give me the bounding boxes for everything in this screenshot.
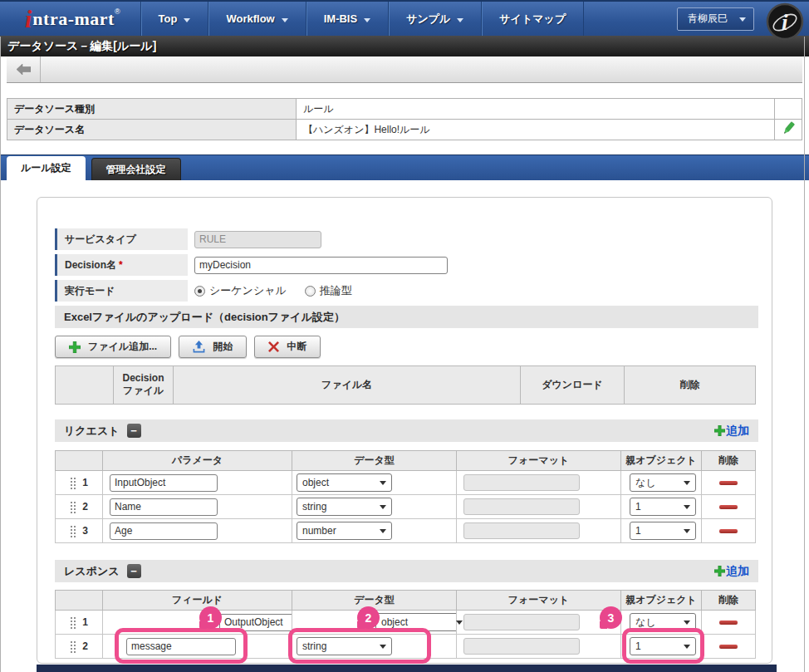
row-number: 2 — [82, 640, 88, 652]
nav-item-label: Workflow — [226, 12, 274, 25]
column-header-format: フォーマット — [457, 591, 621, 611]
delete-row-icon[interactable] — [719, 529, 738, 533]
row-number: 1 — [82, 616, 88, 628]
annotation-highlight-field — [115, 628, 248, 664]
window-right-edge — [804, 37, 805, 672]
parameter-input[interactable] — [110, 522, 218, 540]
column-header-data-type: データ型 — [292, 451, 457, 471]
drag-handle[interactable] — [70, 525, 76, 537]
parent-object-select[interactable]: なし — [630, 473, 696, 492]
annotation-highlight-type — [288, 628, 431, 664]
annotation-badge-3: 3 — [600, 606, 622, 629]
chevron-down-icon — [380, 481, 386, 485]
nav-item-workflow[interactable]: Workflow — [208, 2, 305, 36]
format-input-disabled — [463, 614, 580, 630]
data-type-select[interactable]: object — [297, 473, 392, 492]
column-header-parent-object: 親オブジェクト — [621, 591, 702, 611]
request-row-1: 1 object なし — [56, 471, 756, 495]
column-header-file-name: ファイル名 — [174, 366, 521, 405]
nav-item-sample[interactable]: サンプル — [388, 2, 481, 36]
logo-text: ntra-mart — [32, 8, 115, 30]
delete-row-icon[interactable] — [719, 505, 738, 509]
radio-inference[interactable]: 推論型 — [305, 283, 352, 298]
upload-icon — [193, 341, 205, 353]
parameter-input[interactable] — [110, 474, 218, 492]
delete-row-icon[interactable] — [719, 620, 738, 625]
back-arrow-icon — [17, 64, 31, 75]
nav-item-top[interactable]: Top — [140, 2, 208, 36]
column-header — [56, 591, 103, 611]
format-input-disabled — [463, 638, 580, 655]
request-add-link[interactable]: 追加 — [714, 424, 749, 439]
back-button[interactable] — [7, 56, 41, 82]
top-nav: intra-mart® Top Workflow IM-BIS サンプル サイト… — [0, 0, 809, 36]
drag-handle[interactable] — [70, 640, 76, 653]
parent-object-select[interactable]: 1 — [630, 498, 696, 516]
parameter-input[interactable] — [110, 498, 218, 516]
column-header-delete: 削除 — [702, 591, 756, 611]
start-button[interactable]: 開始 — [179, 336, 247, 358]
row-number: 2 — [82, 501, 88, 513]
column-header-download: ダウンロード — [521, 366, 625, 405]
annotation-badge-2: 2 — [357, 606, 380, 629]
nav-item-label: IM-BIS — [324, 12, 357, 25]
red-x-icon — [268, 341, 279, 352]
decision-name-field[interactable] — [194, 257, 448, 274]
response-add-link[interactable]: 追加 — [714, 564, 749, 579]
nav-menu: Top Workflow IM-BIS サンプル サイトマップ — [140, 2, 585, 36]
nav-item-im-bis[interactable]: IM-BIS — [306, 2, 388, 36]
table-row: データソース名 【ハンズオン】Hello!ルール — [7, 120, 802, 140]
upload-buttons: ファイル追加... 開始 中断 — [55, 336, 757, 358]
drag-handle[interactable] — [70, 616, 76, 629]
nav-item-sitemap[interactable]: サイトマップ — [481, 2, 584, 36]
annotation-badge-1: 1 — [199, 606, 222, 629]
abort-button[interactable]: 中断 — [254, 336, 321, 358]
data-type-select[interactable]: number — [297, 522, 392, 540]
chevron-down-icon — [684, 481, 690, 485]
data-type-select[interactable]: string — [297, 498, 392, 516]
annotation-highlight-parent — [622, 628, 704, 664]
radio-sequential[interactable]: シーケンシャル — [194, 283, 287, 298]
drag-handle[interactable] — [70, 477, 76, 489]
chevron-down-icon — [380, 529, 386, 533]
tab-rule-settings[interactable]: ルール設定 — [7, 156, 86, 180]
page-title: データソース－編集[ルール] — [7, 39, 156, 54]
intra-mart-round-icon[interactable]: i — [766, 2, 804, 41]
page-title-bar: データソース－編集[ルール] — [0, 36, 809, 56]
response-section-header: レスポンス − 追加 — [55, 560, 758, 582]
datasource-name-label: データソース名 — [7, 120, 297, 140]
chevron-down-icon — [380, 505, 386, 509]
column-header-field: フィールド — [103, 591, 292, 611]
collapse-button[interactable]: − — [127, 424, 141, 438]
logo-i-glyph: i — [25, 5, 32, 33]
chevron-down-icon — [684, 505, 690, 509]
radio-icon — [194, 286, 205, 297]
datasource-edit-page: intra-mart® Top Workflow IM-BIS サンプル サイト… — [0, 0, 809, 672]
user-menu-button[interactable]: 青柳辰巳 — [677, 7, 754, 31]
plus-icon — [714, 566, 725, 576]
plus-icon — [69, 341, 81, 353]
radio-label: シーケンシャル — [209, 283, 287, 298]
column-header-parameter: パラメータ — [103, 451, 292, 471]
section-title: リクエスト — [64, 424, 120, 439]
parent-object-select[interactable]: 1 — [630, 522, 696, 540]
delete-row-icon[interactable] — [719, 481, 738, 485]
toolbar — [7, 56, 802, 83]
collapse-button[interactable]: − — [127, 564, 141, 578]
format-input-disabled — [463, 474, 580, 491]
decision-name-label: Decision名* — [55, 254, 188, 276]
chevron-down-icon — [364, 18, 370, 22]
intra-mart-logo[interactable]: intra-mart® — [0, 2, 140, 36]
column-header-delete: 削除 — [625, 366, 756, 405]
add-file-button[interactable]: ファイル追加... — [55, 336, 171, 358]
chevron-down-icon — [739, 17, 746, 22]
drag-handle[interactable] — [70, 501, 76, 513]
column-header-format: フォーマット — [457, 451, 621, 471]
tab-admin-company-settings[interactable]: 管理会社設定 — [91, 158, 181, 180]
edit-pencil-icon[interactable] — [781, 127, 796, 139]
decision-file-table: Decisionファイル ファイル名 ダウンロード 削除 — [55, 365, 756, 405]
delete-row-icon[interactable] — [719, 645, 738, 649]
service-type-label: サービスタイプ — [55, 228, 188, 250]
svg-text:i: i — [782, 10, 788, 35]
radio-label: 推論型 — [320, 283, 352, 298]
